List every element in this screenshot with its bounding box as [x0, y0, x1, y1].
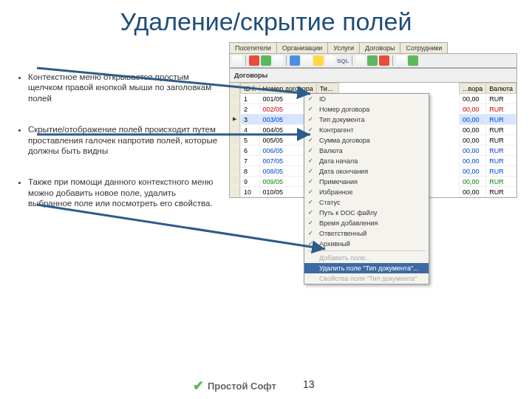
ctx-field-toggle[interactable]: Статус: [304, 197, 429, 208]
table-row[interactable]: 00,00RUR: [459, 94, 516, 104]
row-selector[interactable]: [230, 93, 239, 103]
app-screenshot: Посетители Организации Услуги Договоры С…: [229, 42, 517, 229]
col-currency[interactable]: Валюта: [486, 83, 516, 94]
menu-separator: [307, 250, 426, 251]
ctx-field-toggle[interactable]: Тип документа: [304, 115, 429, 125]
separator: [286, 55, 287, 66]
undo-icon[interactable]: [290, 55, 300, 66]
row-selector[interactable]: [230, 176, 239, 186]
context-menu: IDНомер договораТип документаКонтрагентС…: [304, 93, 429, 284]
ctx-field-toggle[interactable]: Время добавления: [304, 218, 429, 228]
content-area: Контекстное меню открывается простым щел…: [0, 42, 532, 229]
tab-services[interactable]: Услуги: [327, 42, 360, 53]
table-header-row[interactable]: ...вора Валюта: [459, 83, 516, 94]
ctx-field-toggle[interactable]: Путь к DOC файлу: [304, 208, 429, 218]
ctx-field-toggle[interactable]: Валюта: [304, 146, 429, 156]
grid-title: Договоры: [229, 68, 517, 82]
word-icon[interactable]: [355, 55, 366, 66]
row-selector[interactable]: [230, 124, 239, 134]
ctx-field-toggle[interactable]: ID: [304, 94, 429, 104]
table-row[interactable]: 00,00RUR: [459, 156, 516, 166]
row-selector[interactable]: [230, 186, 239, 197]
row-selector[interactable]: [230, 103, 239, 114]
bullet-item: Контекстное меню открывается простым щел…: [28, 72, 222, 103]
ctx-field-toggle[interactable]: Номер договора: [304, 104, 429, 115]
separator: [245, 55, 246, 66]
bullet-item: Скрытие/отображение полей происходит пут…: [28, 124, 222, 156]
row-selector[interactable]: [230, 134, 239, 145]
logo-text: Простой Софт: [208, 381, 276, 392]
ctx-field-toggle[interactable]: Дата начала: [304, 156, 429, 166]
ctx-field-toggle[interactable]: Контрагент: [304, 125, 429, 135]
funnel-icon[interactable]: [325, 55, 335, 66]
table-row[interactable]: 00,00RUR: [459, 104, 516, 115]
row-selector[interactable]: [230, 145, 239, 155]
table-row[interactable]: 00,00RUR: [459, 187, 516, 197]
footer-logo: ✔ Простой Софт: [192, 380, 276, 392]
toolbar: SQL: [229, 53, 517, 68]
table-row[interactable]: 00,00RUR: [459, 125, 516, 135]
table-row[interactable]: 00,00RUR: [459, 115, 516, 125]
table-header-row[interactable]: ID /. Номер договора Ти...: [241, 83, 339, 94]
tab-contracts[interactable]: Договоры: [359, 42, 400, 53]
excel-icon[interactable]: [367, 55, 378, 66]
row-selector[interactable]: [230, 166, 239, 176]
delete-icon[interactable]: [249, 55, 259, 66]
refresh-icon[interactable]: [261, 55, 271, 66]
tab-visitors[interactable]: Посетители: [229, 42, 277, 53]
bullet-list: Контекстное меню открывается простым щел…: [15, 42, 222, 229]
ctx-field-props[interactable]: Свойства поля "Тип документа": [304, 273, 429, 284]
pdf-icon[interactable]: [379, 55, 389, 66]
slide-title: Удаление/скрытие полей: [0, 0, 532, 42]
ctx-field-toggle[interactable]: Примечания: [304, 177, 429, 187]
logo-check-icon: ✔: [192, 380, 204, 392]
sql-button[interactable]: SQL: [337, 58, 349, 64]
tab-bar: Посетители Организации Услуги Договоры С…: [229, 42, 517, 53]
export-icon[interactable]: [408, 55, 418, 66]
grid-right: ...вора Валюта 00,00RUR00,00RUR00,00RUR0…: [459, 83, 516, 197]
ctx-field-toggle[interactable]: Ответственный: [304, 228, 429, 239]
table-row[interactable]: 00,00RUR: [459, 146, 516, 156]
ctx-field-toggle[interactable]: Архивный: [304, 239, 429, 249]
col-number[interactable]: Номер договора: [259, 83, 316, 94]
separator: [352, 55, 352, 66]
row-selector-header: [230, 83, 239, 93]
row-selector[interactable]: [230, 155, 239, 166]
page-number: 13: [303, 378, 315, 390]
copy-icon[interactable]: [273, 55, 283, 66]
print-icon[interactable]: [396, 55, 406, 66]
ctx-field-toggle[interactable]: Дата окончания: [304, 166, 429, 177]
tab-orgs[interactable]: Организации: [276, 42, 328, 53]
separator: [392, 55, 393, 66]
ctx-add-field[interactable]: Добавить поле...: [304, 253, 429, 263]
ctx-field-toggle[interactable]: Сумма договора: [304, 135, 429, 146]
col-amount[interactable]: ...вора: [459, 83, 485, 94]
new-doc-icon[interactable]: [232, 55, 242, 66]
col-id[interactable]: ID /.: [241, 83, 260, 94]
col-type[interactable]: Ти...: [316, 83, 339, 94]
table-row[interactable]: 00,00RUR: [459, 135, 516, 146]
favorite-icon[interactable]: [313, 55, 324, 66]
row-selector-col: ▶: [230, 83, 240, 197]
data-grid: ▶ ID /. Номер договора Ти... 1001/05Арен…: [229, 82, 517, 198]
find-icon[interactable]: [301, 55, 312, 66]
table-row[interactable]: 00,00RUR: [459, 166, 516, 177]
tab-employees[interactable]: Сотрудники: [400, 42, 448, 53]
row-selector[interactable]: ▶: [230, 114, 239, 124]
ctx-delete-field[interactable]: Удалить поле "Тип документа"...: [304, 263, 429, 273]
ctx-field-toggle[interactable]: Избранное: [304, 187, 429, 197]
bullet-item: Также при помощи данного контекстного ме…: [28, 177, 222, 208]
table-row[interactable]: 00,00RUR: [459, 177, 516, 187]
